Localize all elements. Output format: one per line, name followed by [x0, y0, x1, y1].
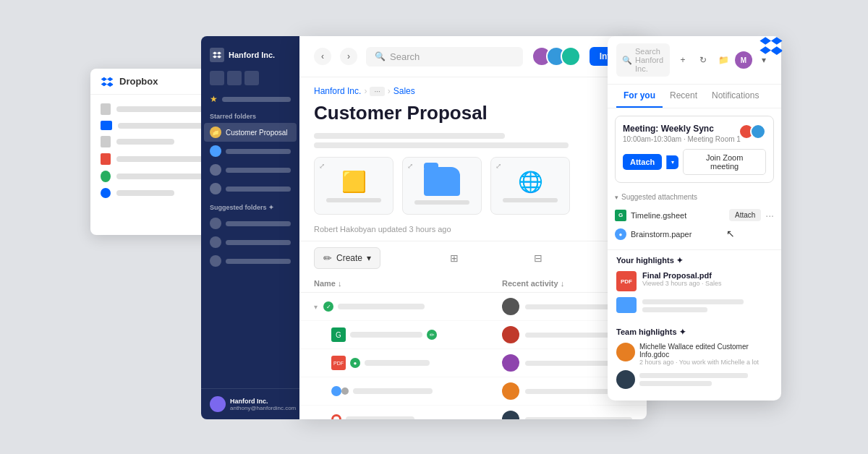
team-avatar-2	[616, 370, 635, 389]
create-label: Create	[336, 253, 362, 263]
view-grid-button[interactable]: ⊟	[528, 248, 548, 268]
team-item-1[interactable]: Michelle Wallace edited Customer Info.gd…	[616, 343, 773, 366]
svg-marker-8	[217, 56, 221, 59]
highlight-item-2[interactable]	[616, 297, 773, 313]
meeting-avatars	[739, 124, 766, 140]
pdf-icon: PDF	[331, 356, 346, 370]
suggested-title: ▾ Suggested attachments	[615, 193, 774, 201]
sidebar-icon-1[interactable]	[210, 71, 224, 85]
edit-icon: ✏	[427, 330, 437, 340]
svg-marker-7	[213, 56, 217, 59]
filename: Final Proposal.pdf	[642, 271, 773, 280]
panel-header: 🔍 Search Hanford Inc. + ↻ 📁 M ▾	[608, 36, 781, 85]
create-icon: ✏	[323, 252, 332, 264]
name-bar	[346, 416, 414, 419]
small-attach-button[interactable]: Attach	[729, 209, 761, 221]
table-row[interactable]	[299, 406, 647, 419]
item-bar	[226, 168, 291, 173]
blue-dot-icon	[331, 386, 341, 396]
breadcrumb-root[interactable]: Hanford Inc.	[314, 86, 361, 96]
sidebar-footer: Hanford Inc. anthony@hanfordinc.com	[201, 388, 299, 419]
panel-actions: + ↻ 📁 M ▾	[674, 51, 773, 69]
table-row[interactable]: ▾ ✓	[299, 293, 647, 321]
user-avatar	[502, 298, 519, 315]
table-row[interactable]: PDF ●	[299, 349, 647, 377]
suggested-filename-2: Brainstorm.paper	[631, 230, 774, 239]
svg-marker-4	[107, 82, 113, 87]
breadcrumb-sep2: ›	[388, 86, 391, 96]
forward-button[interactable]: ›	[340, 48, 357, 65]
dropbox-logo-bg	[101, 77, 114, 87]
sidebar-suggested-1[interactable]	[201, 214, 299, 233]
highlight-item-1[interactable]: PDF Final Proposal.pdf Viewed 3 hours ag…	[616, 271, 773, 291]
user-avatar	[210, 396, 226, 412]
content-toolbar: ✏ Create ▾ ⊞ ⊟ ☰	[299, 241, 647, 275]
folder-icon	[210, 218, 221, 229]
attach-button[interactable]: Attach	[623, 154, 662, 170]
name-bar	[365, 360, 430, 366]
suggested-item-2[interactable]: ● Brainstorm.paper ↖	[615, 225, 774, 244]
cursor-icon: ↖	[726, 228, 735, 239]
view-grid-small-button[interactable]: ⊞	[444, 248, 464, 268]
footer-name: Hanford Inc.	[230, 398, 296, 405]
sidebar-item-2[interactable]	[201, 142, 299, 160]
tab-for-you[interactable]: For you	[616, 85, 663, 108]
tab-notifications[interactable]: Notifications	[705, 85, 766, 108]
item-bar	[226, 240, 291, 245]
paper-icon: ●	[615, 228, 626, 240]
user-avatar	[502, 382, 519, 400]
placeholder-bar	[314, 142, 569, 148]
company-icon	[210, 48, 224, 62]
sheets-icon: G	[331, 327, 346, 342]
sidebar-item-proposal[interactable]: 📁 Customer Proposal	[204, 123, 297, 142]
create-button[interactable]: ✏ Create ▾	[314, 247, 380, 269]
name-bar	[350, 332, 422, 338]
sidebar-item-4[interactable]	[201, 179, 299, 198]
search-bar[interactable]: 🔍 Search	[366, 47, 523, 67]
preview-card-1[interactable]: ⤢ 🟨	[314, 157, 393, 215]
sidebar-icon-3[interactable]	[244, 71, 259, 85]
folder-button[interactable]: 📁	[715, 51, 732, 69]
sidebar-suggested-3[interactable]	[201, 252, 299, 270]
add-button[interactable]: +	[674, 51, 692, 69]
team-item-2[interactable]	[616, 370, 773, 389]
item-bar	[226, 187, 291, 192]
file-list-header: Name ↓ Recent activity ↓	[299, 275, 647, 293]
file-icon	[101, 153, 111, 165]
panel-search-bar[interactable]: 🔍 Search Hanford Inc.	[616, 43, 670, 77]
table-row[interactable]: G ✏	[299, 321, 647, 349]
svg-marker-11	[760, 46, 771, 53]
tab-recent[interactable]: Recent	[663, 85, 705, 108]
more-options-button[interactable]: ···	[765, 210, 774, 221]
svg-marker-1	[107, 77, 113, 81]
right-panel: 🔍 Search Hanford Inc. + ↻ 📁 M ▾ For you …	[608, 36, 781, 401]
table-row[interactable]	[299, 377, 647, 406]
team-highlights-title: Team highlights ✦	[616, 327, 773, 337]
footer-info: Hanford Inc. anthony@hanfordinc.com	[230, 398, 296, 411]
refresh-button[interactable]: ↻	[694, 51, 712, 69]
breadcrumb-sep: ›	[364, 86, 367, 96]
preview-card-3[interactable]: ⤢ 🌐	[490, 157, 570, 215]
sidebar-item-3[interactable]	[201, 160, 299, 179]
folder-icon	[101, 121, 112, 130]
join-zoom-button[interactable]: Join Zoom meeting	[683, 149, 766, 175]
highlights-title: Your highlights ✦	[616, 256, 773, 265]
team-bar-1	[639, 373, 748, 378]
folder-icon	[210, 236, 221, 248]
preview-card-2[interactable]: ⤢	[402, 157, 482, 215]
sidebar-bar	[222, 97, 291, 102]
sidebar-suggested-2[interactable]	[201, 233, 299, 252]
folder-icon	[616, 297, 637, 313]
attach-dropdown-button[interactable]: ▾	[666, 155, 678, 169]
footer-email: anthony@hanfordinc.com	[230, 405, 296, 411]
meeting-actions: Attach ▾ Join Zoom meeting	[623, 149, 766, 175]
dropbox-logo-corner	[760, 36, 783, 58]
sidebar-header: Hanford Inc.	[201, 36, 299, 68]
sidebar-icon-2[interactable]	[227, 71, 242, 85]
suggested-item-1[interactable]: G Timeline.gsheet Attach ···	[615, 205, 774, 225]
back-button[interactable]: ‹	[314, 48, 331, 65]
breadcrumb-dots[interactable]: ···	[370, 87, 384, 96]
svg-marker-0	[101, 77, 107, 81]
highlight-info-2	[642, 297, 773, 312]
breadcrumb-current[interactable]: Sales	[393, 86, 415, 96]
